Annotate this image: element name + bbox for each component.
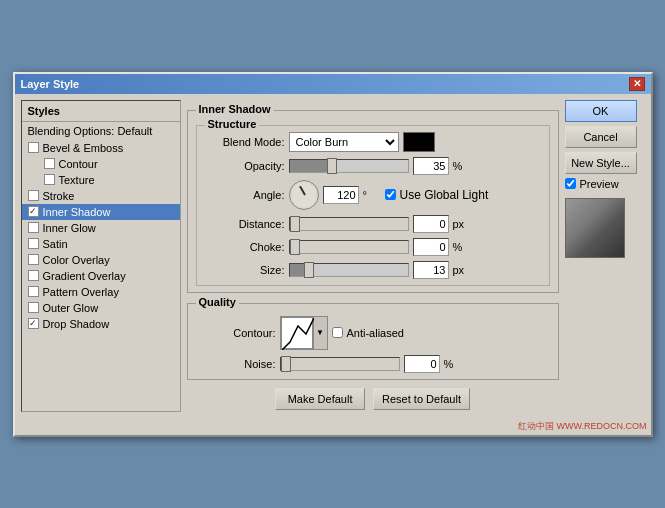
color-overlay-label: Color Overlay (43, 254, 110, 266)
sidebar-item-contour[interactable]: Contour (22, 156, 180, 172)
angle-unit: ° (363, 189, 381, 201)
satin-checkbox[interactable] (28, 238, 39, 249)
blend-color-swatch[interactable] (403, 132, 435, 152)
drop-shadow-checkbox[interactable] (28, 318, 39, 329)
close-button[interactable]: ✕ (629, 77, 645, 91)
contour-checkbox[interactable] (44, 158, 55, 169)
choke-label: Choke: (205, 241, 285, 253)
dialog-body: Styles Blending Options: Default Bevel &… (15, 94, 651, 418)
distance-row: Distance: px (205, 215, 541, 233)
blending-options-label[interactable]: Blending Options: Default (22, 122, 180, 140)
sidebar-item-outer-glow[interactable]: Outer Glow (22, 300, 180, 316)
pattern-overlay-checkbox[interactable] (28, 286, 39, 297)
outer-glow-checkbox[interactable] (28, 302, 39, 313)
gradient-overlay-label: Gradient Overlay (43, 270, 126, 282)
opacity-input[interactable] (413, 157, 449, 175)
choke-input[interactable] (413, 238, 449, 256)
color-overlay-checkbox[interactable] (28, 254, 39, 265)
sidebar-item-gradient-overlay[interactable]: Gradient Overlay (22, 268, 180, 284)
make-default-button[interactable]: Make Default (275, 388, 365, 410)
contour-row: Contour: ▼ Anti-aliased (196, 316, 550, 350)
texture-label: Texture (59, 174, 95, 186)
right-panel: OK Cancel New Style... Preview (565, 100, 645, 412)
size-input[interactable] (413, 261, 449, 279)
left-panel: Styles Blending Options: Default Bevel &… (21, 100, 181, 412)
preview-label: Preview (580, 178, 619, 190)
sidebar-item-stroke[interactable]: Stroke (22, 188, 180, 204)
layer-style-dialog: Layer Style ✕ Styles Blending Options: D… (13, 72, 653, 437)
distance-slider[interactable] (289, 217, 409, 231)
titlebar: Layer Style ✕ (15, 74, 651, 94)
blend-mode-label: Blend Mode: (205, 136, 285, 148)
styles-header: Styles (22, 101, 180, 122)
sidebar-item-inner-glow[interactable]: Inner Glow (22, 220, 180, 236)
sidebar-item-drop-shadow[interactable]: Drop Shadow (22, 316, 180, 332)
noise-label: Noise: (196, 358, 276, 370)
size-label: Size: (205, 264, 285, 276)
angle-label: Angle: (205, 189, 285, 201)
size-slider[interactable] (289, 263, 409, 277)
size-unit: px (453, 264, 471, 276)
gradient-overlay-checkbox[interactable] (28, 270, 39, 281)
inner-glow-label: Inner Glow (43, 222, 96, 234)
stroke-label: Stroke (43, 190, 75, 202)
texture-checkbox[interactable] (44, 174, 55, 185)
anti-aliased-checkbox[interactable] (332, 327, 343, 338)
bevel-emboss-checkbox[interactable] (28, 142, 39, 153)
contour-select-wrap: ▼ (280, 316, 328, 350)
main-content: Inner Shadow Structure Blend Mode: Color… (187, 100, 559, 412)
noise-unit: % (444, 358, 462, 370)
inner-shadow-label: Inner Shadow (43, 206, 111, 218)
sidebar-item-pattern-overlay[interactable]: Pattern Overlay (22, 284, 180, 300)
quality-section: Quality Contour: ▼ Anti-aliased (187, 303, 559, 380)
reset-to-default-button[interactable]: Reset to Default (373, 388, 470, 410)
choke-unit: % (453, 241, 471, 253)
angle-controls: ° Use Global Light (289, 180, 489, 210)
sidebar-item-inner-shadow[interactable]: Inner Shadow (22, 204, 180, 220)
angle-input[interactable] (323, 186, 359, 204)
preview-thumbnail (565, 198, 625, 258)
noise-slider[interactable] (280, 357, 400, 371)
structure-title: Structure (205, 118, 260, 130)
global-light-checkbox[interactable] (385, 189, 396, 200)
sidebar-item-texture[interactable]: Texture (22, 172, 180, 188)
pattern-overlay-label: Pattern Overlay (43, 286, 119, 298)
distance-unit: px (453, 218, 471, 230)
global-light-label: Use Global Light (400, 188, 489, 202)
preview-row: Preview (565, 178, 645, 190)
anti-aliased-label: Anti-aliased (347, 327, 404, 339)
noise-input[interactable] (404, 355, 440, 373)
quality-title: Quality (196, 296, 239, 308)
stroke-checkbox[interactable] (28, 190, 39, 201)
outer-glow-label: Outer Glow (43, 302, 99, 314)
contour-label: Contour (59, 158, 98, 170)
blend-mode-select[interactable]: Color Burn Normal Multiply Screen Overla… (289, 132, 399, 152)
ok-button[interactable]: OK (565, 100, 637, 122)
sidebar-item-color-overlay[interactable]: Color Overlay (22, 252, 180, 268)
inner-shadow-section: Inner Shadow Structure Blend Mode: Color… (187, 110, 559, 293)
opacity-row: Opacity: % (205, 157, 541, 175)
new-style-button[interactable]: New Style... (565, 152, 637, 174)
bevel-emboss-label: Bevel & Emboss (43, 142, 124, 154)
contour-dropdown-button[interactable]: ▼ (313, 317, 327, 349)
inner-shadow-title: Inner Shadow (196, 103, 274, 115)
dialog-title: Layer Style (21, 78, 80, 90)
preview-checkbox[interactable] (565, 178, 576, 189)
contour-preview[interactable] (281, 317, 313, 349)
inner-glow-checkbox[interactable] (28, 222, 39, 233)
opacity-label: Opacity: (205, 160, 285, 172)
choke-slider[interactable] (289, 240, 409, 254)
sidebar-item-bevel-emboss[interactable]: Bevel & Emboss (22, 140, 180, 156)
choke-row: Choke: % (205, 238, 541, 256)
sidebar-item-satin[interactable]: Satin (22, 236, 180, 252)
angle-row: Angle: ° Use Global Light (205, 180, 541, 210)
drop-shadow-label: Drop Shadow (43, 318, 110, 330)
blend-mode-row: Blend Mode: Color Burn Normal Multiply S… (205, 132, 541, 152)
opacity-unit: % (453, 160, 471, 172)
opacity-slider[interactable] (289, 159, 409, 173)
inner-shadow-checkbox[interactable] (28, 206, 39, 217)
distance-input[interactable] (413, 215, 449, 233)
noise-row: Noise: % (196, 355, 550, 373)
cancel-button[interactable]: Cancel (565, 126, 637, 148)
angle-dial[interactable] (289, 180, 319, 210)
